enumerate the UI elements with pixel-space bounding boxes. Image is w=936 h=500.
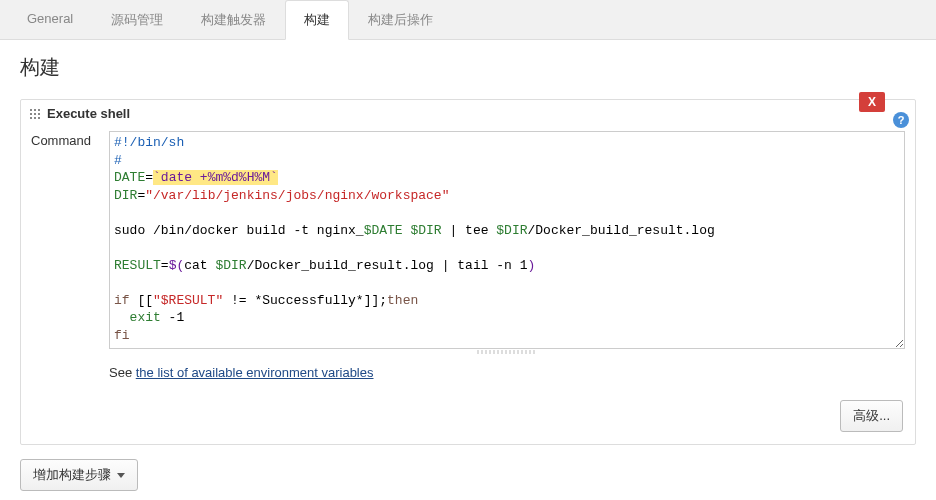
config-tabs: General 源码管理 构建触发器 构建 构建后操作 xyxy=(0,0,936,40)
env-variables-link[interactable]: the list of available environment variab… xyxy=(136,365,374,380)
step-title: Execute shell xyxy=(47,106,130,121)
advanced-row: 高级... xyxy=(21,394,915,444)
env-prefix: See xyxy=(109,365,136,380)
build-step-container: X ? Execute shell Command #!/bin/sh # DA… xyxy=(20,99,916,445)
command-label: Command xyxy=(31,131,109,380)
advanced-button[interactable]: 高级... xyxy=(840,400,903,432)
tab-general[interactable]: General xyxy=(8,0,92,40)
add-build-step-button[interactable]: 增加构建步骤 xyxy=(20,459,138,491)
add-build-step-label: 增加构建步骤 xyxy=(33,466,111,484)
resize-handle[interactable] xyxy=(109,349,905,355)
add-step-row: 增加构建步骤 xyxy=(20,459,916,491)
content-area: 构建 X ? Execute shell Command #!/bin/sh #… xyxy=(0,40,936,500)
delete-step-button[interactable]: X xyxy=(859,92,885,112)
tab-scm[interactable]: 源码管理 xyxy=(92,0,182,40)
command-textarea[interactable]: #!/bin/sh # DATE=`date +%m%d%H%M` DIR="/… xyxy=(109,131,905,349)
tab-triggers[interactable]: 构建触发器 xyxy=(182,0,285,40)
step-body: Command #!/bin/sh # DATE=`date +%m%d%H%M… xyxy=(21,127,915,394)
section-title: 构建 xyxy=(20,54,916,81)
tab-post[interactable]: 构建后操作 xyxy=(349,0,452,40)
command-field: #!/bin/sh # DATE=`date +%m%d%H%M` DIR="/… xyxy=(109,131,905,380)
help-icon[interactable]: ? xyxy=(893,112,909,128)
build-step-execute-shell: X ? Execute shell Command #!/bin/sh # DA… xyxy=(20,99,916,445)
env-variables-row: See the list of available environment va… xyxy=(109,365,905,380)
chevron-down-icon xyxy=(117,473,125,478)
tab-build[interactable]: 构建 xyxy=(285,0,349,40)
drag-handle-icon[interactable] xyxy=(29,108,41,120)
step-header[interactable]: Execute shell xyxy=(21,100,915,127)
